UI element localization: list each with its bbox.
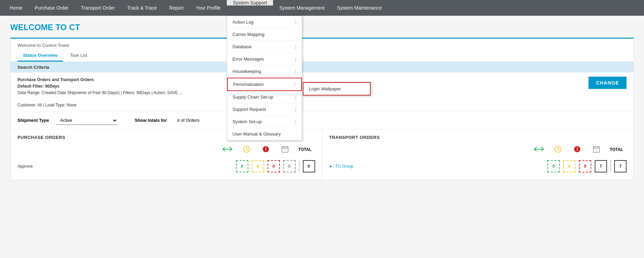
- arrow-icon: 〉: [294, 82, 296, 87]
- filter-line2: Default Filter: 90Days: [17, 84, 60, 89]
- card-tabs: Status Overview Task List: [11, 50, 633, 62]
- to-green-box: 0: [547, 160, 560, 172]
- arrow-icon: 〉: [295, 119, 296, 124]
- clock-icon: [240, 145, 253, 154]
- shipment-row: Shipment Type Active Show totals for # o…: [11, 112, 633, 129]
- change-button[interactable]: CHANGE: [589, 77, 627, 89]
- shipment-type-select[interactable]: Active: [56, 116, 117, 125]
- svg-text:!: !: [577, 146, 578, 152]
- po-total-box: 0: [303, 160, 315, 172]
- alert-icon: !: [260, 145, 272, 154]
- search-criteria-header: Search Criteria: [11, 62, 633, 73]
- po-green-box: 0: [236, 160, 248, 172]
- nav-system-support-wrapper: System Support Action Log 〉 Carrier Mapp…: [227, 0, 273, 16]
- menu-supply-chain[interactable]: Supply Chain Set-up 〉: [227, 91, 302, 103]
- personalization-submenu: Login Wallpaper: [302, 82, 371, 96]
- shipment-type-label: Shipment Type: [17, 118, 49, 123]
- arrow-icon: 〉: [295, 20, 296, 25]
- to-box-7a: 7: [595, 160, 607, 172]
- nav-home[interactable]: Home: [3, 0, 28, 16]
- svg-text:?: ?: [596, 149, 597, 152]
- card-subtitle: Welcome to Control Tower: [11, 39, 633, 48]
- to-calendar-icon: ?: [590, 145, 603, 154]
- calendar-icon: ?: [279, 145, 291, 154]
- arrow-icon: 〉: [295, 57, 296, 62]
- menu-support-request[interactable]: Support Request 〉: [227, 103, 302, 116]
- submenu-login-wallpaper[interactable]: Login Wallpaper: [303, 82, 371, 95]
- svg-text:!: !: [265, 146, 267, 152]
- nav-purchase-order[interactable]: Purchase Order: [28, 0, 75, 16]
- menu-carrier-mapping[interactable]: Carrier Mapping: [227, 28, 302, 41]
- system-support-dropdown: Action Log 〉 Carrier Mapping Database 〉 …: [227, 16, 302, 141]
- po-approve-row: Approve 0 0 0 0 0: [17, 158, 315, 175]
- page-content: WELCOME TO CT Welcome to Control Tower S…: [0, 16, 644, 187]
- nav-transport-order[interactable]: Transport Order: [75, 0, 121, 16]
- to-icons-row: ! ? TOTAL: [329, 144, 627, 155]
- to-yellow-box: 0: [563, 160, 575, 172]
- to-group-boxes: 0 0 0 7 7: [369, 160, 627, 172]
- po-approve-boxes: 0 0 0 0 0: [50, 160, 315, 172]
- po-red-box: 0: [268, 160, 280, 172]
- arrow-icon: 〉: [295, 107, 296, 112]
- menu-personalization[interactable]: Personalization 〉: [227, 78, 302, 91]
- to-total-label: TOTAL: [609, 147, 623, 152]
- po-total-label: TOTAL: [298, 147, 312, 152]
- svg-line-3: [247, 149, 248, 150]
- arrow-icon: 〉: [295, 69, 296, 74]
- filter-info: Customer: All | Load Type: None: [11, 101, 633, 112]
- po-yellow-box: 0: [252, 160, 264, 172]
- tab-status-overview[interactable]: Status Overview: [17, 50, 63, 62]
- two-col-layout: PURCHASE ORDERS: [11, 129, 633, 180]
- filter-line3: Date Range: Created Date Shipments of Pa…: [17, 90, 183, 95]
- to-clock-icon: [552, 145, 564, 154]
- po-approve-label: Approve: [17, 164, 45, 169]
- menu-system-setup[interactable]: System Set-up 〉: [227, 116, 302, 128]
- menu-user-manual[interactable]: User Manual & Glossary: [227, 128, 302, 140]
- arrow-icon: 〉: [295, 44, 296, 49]
- divider: [299, 160, 299, 172]
- menu-housekeeping[interactable]: Housekeeping 〉: [227, 65, 302, 78]
- expand-arrow-icon: ►: [329, 164, 333, 169]
- to-red-box: 0: [579, 160, 591, 172]
- to-section-title: TRANSPORT ORDERS: [329, 135, 627, 140]
- to-group-expand[interactable]: ► TO Group: [329, 164, 363, 169]
- to-alert-icon: !: [571, 145, 583, 154]
- page-title: WELCOME TO CT: [10, 23, 634, 32]
- arrow-icon: 〉: [295, 95, 296, 100]
- nav-system-support[interactable]: System Support: [227, 0, 273, 5]
- nav-report[interactable]: Report: [163, 0, 190, 16]
- menu-action-log[interactable]: Action Log 〉: [227, 16, 302, 28]
- nav-system-maintenance[interactable]: System Maintenance: [331, 0, 388, 16]
- svg-line-14: [558, 149, 559, 150]
- po-icons-row: ! ? TOTAL: [17, 144, 315, 155]
- transit-icon: [221, 146, 234, 153]
- nav-your-profile[interactable]: Your Profile: [190, 0, 227, 16]
- to-box-7b: 7: [614, 160, 627, 172]
- to-group-row: ► TO Group 0 0 0 7 7: [329, 158, 627, 175]
- menu-error-messages[interactable]: Error Messages 〉: [227, 53, 302, 65]
- divider: [610, 160, 611, 172]
- to-transit-icon: [533, 146, 545, 153]
- nav-track-trace[interactable]: Track & Trace: [121, 0, 163, 16]
- to-group-name: TO Group: [335, 164, 353, 169]
- orders-label: # of Orders: [177, 118, 199, 123]
- show-totals-label: Show totals for: [135, 118, 167, 123]
- tab-task-list[interactable]: Task List: [64, 50, 93, 62]
- filter-line1: Purchase Orders and Transport Orders: [17, 77, 94, 82]
- filter-text: Purchase Orders and Transport Orders Def…: [17, 77, 183, 96]
- nav-system-management[interactable]: System Management: [273, 0, 331, 16]
- top-navigation: Home Purchase Order Transport Order Trac…: [0, 0, 644, 16]
- svg-text:?: ?: [284, 149, 286, 152]
- transport-orders-section: TRANSPORT ORDERS: [322, 129, 634, 180]
- po-gray-box: 0: [283, 160, 296, 172]
- main-card: Welcome to Control Tower Status Overview…: [10, 38, 634, 180]
- menu-database[interactable]: Database 〉: [227, 41, 302, 53]
